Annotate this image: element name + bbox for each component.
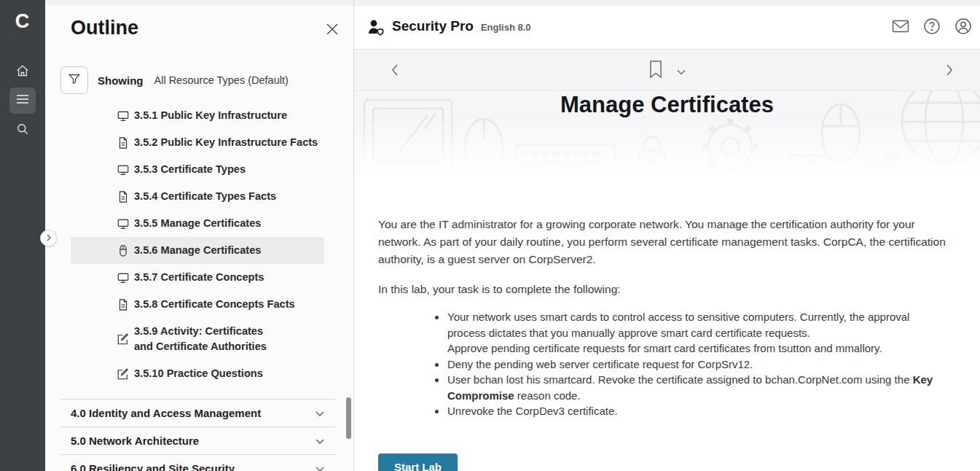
outline-item-label: 3.5.3 Certificate Types (117, 162, 246, 177)
outline-item-3.5.4[interactable]: 3.5.4 Certificate Types Facts (45, 183, 354, 210)
outline-item-3.5.5[interactable]: 3.5.5 Manage Certificates (45, 210, 354, 237)
filter-value: All Resource Types (Default) (154, 74, 289, 86)
lab-description: You are the IT administrator for a growi… (354, 177, 980, 471)
outline-item-3.5.8[interactable]: 3.5.8 Certificate Concepts Facts (45, 291, 354, 318)
page-title: Manage Certificates (354, 92, 980, 118)
task-item: Unrevoke the CorpDev3 certificate. (447, 403, 948, 419)
bookmark-menu-chevron-icon[interactable] (676, 66, 686, 76)
lesson-nav-bar (354, 50, 980, 91)
outline-section-5.0[interactable]: 5.0 Network Architecture (60, 427, 335, 454)
lab-mouse-icon (117, 244, 130, 257)
outline-panel: Outline Showing All Resource Types (Defa… (45, 0, 354, 471)
monitor-icon (117, 271, 130, 284)
outline-section-6.0[interactable]: 6.0 Resiliency and Site Security (60, 454, 335, 471)
task-text: Unrevoke the CorpDev3 certificate. (447, 405, 617, 417)
app-window: C Outline Showing All Resource Types (De… (0, 0, 980, 471)
outline-item-3.5.2[interactable]: 3.5.2 Public Key Infrastructure Facts (45, 129, 354, 156)
main-content: Security Pro English 8.0 (354, 0, 980, 471)
product-edition: English 8.0 (481, 22, 531, 33)
close-outline-button[interactable] (324, 21, 342, 39)
section-label: 6.0 Resiliency and Site Security (71, 462, 235, 471)
outline-item-label: 3.5.2 Public Key Infrastructure Facts (117, 135, 318, 150)
bookmark-group (648, 60, 686, 79)
outline-scrollbar-thumb[interactable] (346, 397, 351, 439)
help-icon (923, 17, 941, 38)
task-item: Deny the pending web server certificate … (447, 357, 948, 373)
title-banner: Manage Certificates (354, 91, 980, 177)
next-lesson-button[interactable] (941, 62, 957, 78)
task-text: Your network uses smart cards to control… (447, 311, 909, 339)
profile-icon (954, 17, 972, 38)
previous-lesson-button[interactable] (388, 62, 404, 78)
account-button[interactable] (954, 19, 972, 37)
chevron-right-icon (46, 232, 52, 245)
close-icon (324, 27, 340, 39)
filter-showing-label: Showing (98, 74, 144, 87)
outline-item-3.5.6-selected[interactable]: 3.5.6 Manage Certificates (71, 237, 324, 264)
monitor-icon (117, 109, 130, 122)
filter-row: Showing All Resource Types (Default) (60, 66, 289, 94)
task-item: Your network uses smart cards to control… (447, 309, 948, 357)
security-pro-logo-icon (366, 18, 385, 37)
messages-button[interactable] (891, 19, 909, 37)
outline-item-label: 3.5.5 Manage Certificates (117, 216, 261, 231)
main-top-strip (354, 0, 980, 6)
brand: Security Pro English 8.0 (366, 18, 531, 37)
header-icons (891, 6, 972, 50)
search-button[interactable] (9, 117, 36, 144)
section-label: 5.0 Network Architecture (71, 435, 199, 447)
outline-title: Outline (71, 17, 138, 39)
document-icon (117, 136, 130, 149)
outline-item-label: 3.5.8 Certificate Concepts Facts (117, 297, 295, 312)
hamburger-icon (16, 94, 29, 107)
task-list: Your network uses smart cards to control… (378, 309, 948, 419)
chevron-down-icon (315, 407, 325, 420)
document-icon (117, 298, 130, 311)
edit-icon (117, 367, 130, 381)
outline-list: 3.5.1 Public Key Infrastructure 3.5.2 Pu… (45, 102, 354, 387)
outline-item-label: 3.5.4 Certificate Types Facts (117, 189, 276, 204)
panel-top-strip (45, 0, 353, 6)
start-lab-button[interactable]: Start Lab (378, 454, 458, 471)
home-button[interactable] (9, 59, 36, 85)
home-icon (15, 63, 30, 81)
scenario-paragraph: You are the IT administrator for a growi… (378, 216, 948, 268)
search-icon (15, 122, 30, 139)
outline-item-3.5.9[interactable]: 3.5.9 Activity: Certificates and Certifi… (45, 318, 354, 360)
task-text: Deny the pending web server certificate … (447, 358, 753, 370)
task-text: User bchan lost his smartcard. Revoke th… (447, 373, 913, 386)
outline-item-label: 3.5.9 Activity: Certificates and Certifi… (117, 324, 270, 354)
outline-section-4.0[interactable]: 4.0 Identity and Access Management (60, 399, 335, 427)
outline-item-label: 3.5.1 Public Key Infrastructure (117, 108, 287, 123)
task-text: reason code. (514, 389, 581, 402)
product-logo[interactable]: C (0, 10, 45, 33)
monitor-icon (117, 163, 130, 176)
help-button[interactable] (922, 19, 941, 37)
filter-button[interactable] (60, 66, 88, 94)
outline-item-3.5.10[interactable]: 3.5.10 Practice Questions (45, 360, 354, 387)
outline-item-label: 3.5.6 Manage Certificates (117, 243, 261, 258)
filter-funnel-icon (67, 71, 82, 89)
task-item: User bchan lost his smartcard. Revoke th… (447, 372, 948, 403)
task-text: Approve pending certificate requests for… (447, 342, 882, 354)
outline-item-3.5.7[interactable]: 3.5.7 Certificate Concepts (45, 264, 354, 291)
panel-collapse-handle[interactable] (40, 230, 57, 246)
mail-icon (892, 20, 909, 36)
document-icon (117, 190, 130, 203)
product-title: Security Pro (392, 18, 474, 34)
left-rail: C (0, 0, 45, 471)
section-label: 4.0 Identity and Access Management (71, 407, 261, 419)
outline-item-label: 3.5.7 Certificate Concepts (117, 270, 264, 285)
edit-icon (117, 332, 130, 346)
outline-menu-button[interactable] (9, 87, 36, 114)
monitor-icon (117, 217, 130, 230)
task-heading: In this lab, your task is to complete th… (378, 281, 948, 298)
outline-item-3.5.3[interactable]: 3.5.3 Certificate Types (45, 156, 354, 183)
outline-item-3.5.1[interactable]: 3.5.1 Public Key Infrastructure (45, 102, 354, 129)
chevron-down-icon (315, 435, 325, 448)
chevron-down-icon (315, 462, 325, 471)
outline-item-label: 3.5.10 Practice Questions (117, 366, 263, 381)
content-header: Security Pro English 8.0 (354, 6, 980, 50)
outline-sections: 4.0 Identity and Access Management 5.0 N… (45, 399, 354, 471)
bookmark-icon[interactable] (648, 60, 665, 79)
